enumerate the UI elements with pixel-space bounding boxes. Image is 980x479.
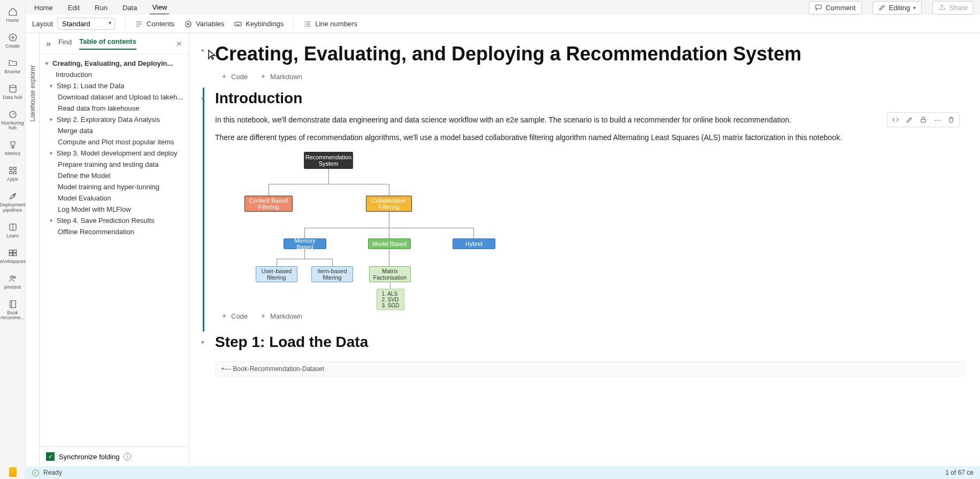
add-code-button[interactable]: ＋Code bbox=[220, 72, 248, 81]
toc-item[interactable]: Prepare training and testing data bbox=[42, 159, 185, 170]
svg-rect-4 bbox=[13, 167, 16, 170]
toc-root[interactable]: ▾ Creating, Evaluating, and Deployin... bbox=[42, 58, 185, 69]
toc-item[interactable]: Merge data bbox=[42, 125, 185, 136]
find-tab[interactable]: Find bbox=[58, 38, 72, 49]
rail-browse[interactable]: Browse bbox=[0, 55, 25, 80]
toc-item[interactable]: Download dataset and Upload to lakeh... bbox=[42, 91, 185, 103]
svg-rect-18 bbox=[235, 22, 241, 26]
diagram-user-based: User-based filtering bbox=[256, 266, 297, 282]
svg-point-1 bbox=[10, 85, 16, 88]
layout-label: Layout bbox=[32, 20, 53, 28]
notebook-editor[interactable]: ▾ Creating, Evaluating, and Deploying a … bbox=[189, 33, 980, 466]
toc-item[interactable]: Offline Recommendation bbox=[42, 226, 185, 237]
rail-monitoring[interactable]: Monitoring hub bbox=[0, 106, 25, 137]
info-icon[interactable]: i bbox=[124, 453, 131, 460]
diagram-collaborative: Collaborative Filtering bbox=[366, 196, 412, 212]
rail-learn[interactable]: Learn bbox=[0, 219, 25, 244]
status-text: Ready bbox=[43, 469, 62, 476]
contents-button[interactable]: Contents bbox=[135, 20, 174, 28]
toc-item[interactable]: Define the Model bbox=[42, 170, 185, 181]
edit-icon[interactable] bbox=[905, 115, 914, 125]
status-bar: ✓ Ready 1 of 67 ce bbox=[26, 466, 980, 479]
code-cell-preview[interactable]: +--- Book-Recommendation-Dataset bbox=[215, 361, 965, 376]
lock-icon[interactable] bbox=[918, 115, 928, 125]
add-code-button[interactable]: ＋Code bbox=[220, 311, 248, 321]
rail-metrics[interactable]: Metrics bbox=[0, 136, 25, 162]
collapse-section-icon[interactable]: ▾ bbox=[201, 339, 204, 346]
intro-para-1: In this notebook, we'll demonstrate data… bbox=[215, 112, 965, 130]
rail-pipelines[interactable]: Deployment pipelines bbox=[0, 188, 25, 219]
variables-button[interactable]: Variables bbox=[184, 20, 224, 28]
status-ok-icon: ✓ bbox=[32, 469, 39, 476]
toc-item[interactable]: Compute and Plot most popular items bbox=[42, 136, 185, 148]
toc-item[interactable]: Introduction bbox=[42, 69, 185, 80]
toc-tab[interactable]: Table of contents bbox=[79, 37, 136, 50]
rail-home[interactable]: Home bbox=[0, 3, 25, 29]
menu-view[interactable]: View bbox=[150, 1, 169, 14]
workspace-icon bbox=[7, 248, 18, 258]
toc-item[interactable]: Model training and hyper-tunning bbox=[42, 181, 185, 192]
rail-workspace-jenetest[interactable]: jenetest bbox=[0, 270, 25, 296]
keyboard-icon bbox=[234, 20, 242, 28]
linenumbers-button[interactable]: Line numbers bbox=[303, 20, 357, 28]
expand-panel-icon[interactable]: » bbox=[46, 39, 51, 49]
rail-datahub[interactable]: Data hub bbox=[0, 80, 25, 106]
keybindings-button[interactable]: Keybindings bbox=[234, 20, 284, 28]
chevron-down-icon: ▾ bbox=[47, 150, 55, 156]
rail-apps[interactable]: Apps bbox=[0, 162, 25, 188]
powerbi-icon bbox=[9, 467, 17, 477]
cell-toolbar: ⋯ bbox=[887, 112, 960, 127]
share-button[interactable]: Share bbox=[932, 1, 974, 14]
delete-icon[interactable] bbox=[946, 115, 956, 125]
editing-dropdown[interactable]: Editing ▾ bbox=[872, 1, 922, 14]
svg-rect-3 bbox=[10, 167, 12, 170]
toc-item[interactable]: Model Evaluation bbox=[42, 192, 185, 204]
plus-icon: ＋ bbox=[259, 311, 267, 321]
recsys-diagram: Recommendation System Content Based Filt… bbox=[226, 152, 525, 307]
add-markdown-button[interactable]: ＋Markdown bbox=[259, 72, 302, 81]
plus-icon: ＋ bbox=[220, 311, 228, 321]
rail-notebook-book[interactable]: Book recomme... bbox=[0, 296, 25, 327]
comment-icon bbox=[815, 4, 822, 11]
svg-rect-6 bbox=[13, 172, 16, 174]
rail-create[interactable]: Create bbox=[0, 29, 25, 55]
collapse-section-icon[interactable]: ▾ bbox=[201, 47, 204, 54]
plus-icon: ＋ bbox=[259, 72, 267, 81]
database-icon bbox=[7, 83, 18, 94]
layout-select[interactable]: Standard bbox=[57, 18, 115, 30]
diagram-memory: Memory Based bbox=[284, 238, 326, 249]
rail-powerbi[interactable] bbox=[9, 465, 17, 479]
collapse-section-icon[interactable]: ▾ bbox=[201, 95, 204, 102]
svg-rect-15 bbox=[10, 300, 16, 308]
menu-edit[interactable]: Edit bbox=[66, 2, 82, 14]
diagram-item-based: Item-based filtering bbox=[311, 266, 353, 282]
apps-icon bbox=[7, 165, 18, 176]
add-markdown-button[interactable]: ＋Markdown bbox=[259, 311, 302, 321]
menu-run[interactable]: Run bbox=[93, 2, 110, 14]
toc-item[interactable]: ▾Step 4. Save Prediction Results bbox=[42, 215, 185, 226]
notebook-title: Creating, Evaluating, and Deploying a Re… bbox=[215, 40, 965, 71]
plus-icon: ＋ bbox=[220, 72, 228, 81]
menu-home[interactable]: Home bbox=[32, 2, 55, 14]
code-view-icon[interactable] bbox=[891, 115, 900, 125]
toc-item[interactable]: Log Model with MLFlow bbox=[42, 204, 185, 215]
lakehouse-collapsed-panel[interactable]: Lakehouse explorer bbox=[26, 33, 40, 466]
toc-item[interactable]: ▾Step 2. Exploratory Data Analysis bbox=[42, 114, 185, 125]
more-icon[interactable]: ⋯ bbox=[932, 115, 942, 125]
toc-item[interactable]: ▾Step 3. Model development and deploy bbox=[42, 148, 185, 159]
chevron-down-icon: ▾ bbox=[47, 117, 55, 122]
toc-item[interactable]: ▾Step 1: Load the Data bbox=[42, 80, 185, 91]
toc-item[interactable]: Read data from lakehouse bbox=[42, 103, 185, 114]
intro-para-2: There are different types of recommendat… bbox=[215, 130, 965, 148]
cell-counter: 1 of 67 ce bbox=[945, 469, 974, 476]
menu-data[interactable]: Data bbox=[120, 2, 139, 14]
variable-icon bbox=[184, 20, 193, 28]
intro-heading: Introduction bbox=[215, 88, 965, 112]
comment-button[interactable]: Comment bbox=[809, 1, 861, 14]
list-icon bbox=[135, 20, 143, 28]
sync-folding-checkbox[interactable]: ✓ bbox=[46, 452, 55, 461]
rail-workspaces[interactable]: Workspaces bbox=[0, 244, 25, 270]
close-panel-icon[interactable]: ✕ bbox=[176, 40, 182, 48]
chevron-down-icon: ▾ bbox=[913, 5, 916, 11]
diagram-root: Recommendation System bbox=[304, 152, 353, 169]
